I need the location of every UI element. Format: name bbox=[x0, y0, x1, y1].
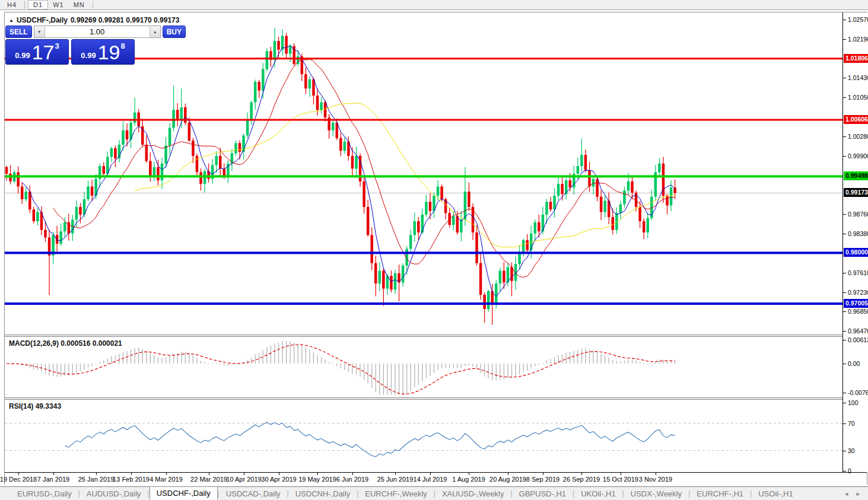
timeframe-buttons: H4D1W1MN bbox=[2, 0, 90, 9]
chart-tabs: EURUSD-,Daily|AUDUSD-,Daily|USDCHF-,Dail… bbox=[11, 487, 800, 500]
date-label: 1 Aug 2019 bbox=[452, 476, 485, 483]
macd-chart-canvas[interactable] bbox=[5, 337, 842, 397]
date-label: 19 Dec 2018 bbox=[0, 476, 37, 483]
tab-gbpusd-h1[interactable]: GBPUSD-,H1 bbox=[513, 488, 573, 499]
buy-price-prefix: 0.99 bbox=[81, 51, 96, 60]
level-price-badge: 1.01806 bbox=[844, 54, 868, 63]
macd-tick-label: 0.00613 bbox=[848, 336, 868, 343]
current-price-badge: 0.99173 bbox=[844, 188, 868, 197]
timeframe-button-mn[interactable]: MN bbox=[69, 1, 90, 9]
date-tick-mark bbox=[543, 473, 543, 475]
axis-tick-mark bbox=[843, 393, 846, 393]
price-tick-label: 0.99900 bbox=[848, 152, 868, 160]
toolbar-separator bbox=[93, 1, 93, 9]
macd-pane[interactable]: MACD(12,26,9) 0.000516 0.000021 bbox=[5, 337, 842, 397]
sell-button[interactable]: SELL bbox=[5, 26, 32, 38]
tab-usdcad-daily[interactable]: USDCAD-,Daily bbox=[220, 488, 287, 499]
rsi-tick-label: 100 bbox=[848, 399, 859, 406]
tab-usdcnh-daily[interactable]: USDCNH-,Daily bbox=[289, 488, 357, 499]
chart-ohlc-values: 0.99269 0.99281 0.99170 0.99173 bbox=[71, 16, 180, 24]
date-tick-mark bbox=[395, 473, 396, 475]
price-tick-label: 0.98380 bbox=[848, 230, 868, 237]
macd-signal-line bbox=[7, 345, 675, 394]
axis-tick-mark bbox=[843, 423, 846, 424]
tab-usdx-weekly[interactable]: USDX-,Weekly bbox=[624, 488, 688, 499]
tab-eurchf-weekly[interactable]: EURCHF-,Weekly bbox=[358, 488, 434, 499]
date-label: 25 Jan 2019 bbox=[78, 476, 115, 483]
buy-price-button[interactable]: 0.99 19 8 bbox=[71, 39, 135, 65]
date-tick-mark bbox=[96, 473, 97, 475]
date-label: 25 Jun 2019 bbox=[377, 476, 414, 483]
date-label: 15 Oct 2019 bbox=[603, 476, 638, 483]
main-price-pane[interactable]: ▲ USDCHF-,Daily 0.99269 0.99281 0.99170 … bbox=[5, 12, 842, 335]
tab-ukoil-h1[interactable]: UKOil-,H1 bbox=[574, 488, 622, 499]
rsi-pane[interactable]: RSI(14) 49.3343 bbox=[5, 400, 842, 472]
price-tick-label: 1.02570 bbox=[848, 16, 868, 23]
horizontal-level-line-0.97005[interactable] bbox=[5, 302, 842, 305]
date-axis[interactable]: 19 Dec 20187 Jan 201925 Jan 201913 Feb 2… bbox=[5, 472, 867, 485]
price-axis[interactable]: 1.025701.021901.014301.010501.002800.999… bbox=[842, 12, 867, 472]
tab-xauusd-weekly[interactable]: XAUUSD-,Weekly bbox=[435, 488, 511, 499]
date-tick-mark bbox=[244, 473, 244, 475]
date-tick-mark bbox=[53, 473, 54, 475]
axis-tick-mark bbox=[843, 403, 846, 403]
level-price-badge: 0.99498 bbox=[844, 171, 868, 180]
buy-price-pipette: 8 bbox=[120, 42, 125, 50]
date-label: 26 Sep 2019 bbox=[563, 476, 600, 483]
tab-eurusd-daily[interactable]: EURUSD-,Daily bbox=[11, 488, 78, 499]
axis-tick-mark bbox=[843, 451, 846, 451]
rsi-chart-canvas[interactable] bbox=[5, 400, 842, 472]
buy-price-big-digits: 19 bbox=[98, 42, 120, 62]
timeframe-button-w1[interactable]: W1 bbox=[48, 1, 69, 9]
macd-tick-label: -0.007612 bbox=[848, 389, 868, 396]
rsi-label: RSI(14) 49.3343 bbox=[9, 402, 61, 410]
sell-price-button[interactable]: 0.99 17 3 bbox=[5, 39, 69, 65]
axis-tick-mark bbox=[843, 214, 846, 215]
tab-usoil-h1[interactable]: USOil-,H1 bbox=[752, 488, 800, 499]
date-label: 14 Jul 2019 bbox=[414, 476, 447, 483]
axis-tick-mark bbox=[843, 273, 846, 273]
price-tick-label: 1.02190 bbox=[848, 36, 868, 43]
price-tick-label: 0.97610 bbox=[848, 269, 868, 276]
price-tick-label: 0.96470 bbox=[848, 327, 868, 335]
horizontal-level-line-1.00606[interactable] bbox=[5, 119, 842, 121]
horizontal-level-line-0.99498[interactable] bbox=[5, 175, 842, 177]
sell-price-prefix: 0.99 bbox=[15, 51, 30, 60]
date-tick-mark bbox=[430, 473, 431, 475]
volume-increase-button[interactable]: ▲ bbox=[150, 26, 160, 37]
date-label: 3 Nov 2019 bbox=[639, 476, 672, 483]
level-price-badge: 0.98000 bbox=[844, 248, 868, 257]
price-tick-label: 0.98760 bbox=[848, 211, 868, 218]
date-tick-mark bbox=[469, 473, 469, 475]
date-tick-mark bbox=[352, 473, 353, 475]
axis-tick-mark bbox=[843, 311, 846, 312]
collapse-quote-panel-icon[interactable]: ▲ bbox=[9, 18, 14, 23]
date-label: 4 Mar 2019 bbox=[150, 476, 183, 483]
volume-decrease-button[interactable]: ▼ bbox=[34, 26, 45, 37]
axis-tick-mark bbox=[843, 331, 846, 332]
date-label: 6 Jun 2019 bbox=[336, 476, 368, 483]
axis-tick-mark bbox=[843, 156, 846, 157]
sell-price-pipette: 3 bbox=[55, 42, 59, 50]
chart-title: ▲ USDCHF-,Daily 0.99269 0.99281 0.99170 … bbox=[9, 16, 179, 24]
tabs-scroll-right-icon[interactable]: ▸ bbox=[856, 490, 860, 498]
tab-usdchf-daily[interactable]: USDCHF-,Daily bbox=[150, 486, 218, 500]
tabs-scroll-left-icon[interactable]: ◂ bbox=[845, 490, 848, 498]
horizontal-level-line-0.98000[interactable] bbox=[5, 251, 842, 254]
axis-tick-mark bbox=[843, 364, 846, 364]
rsi-tick-label: 70 bbox=[848, 420, 855, 427]
moving-average-line bbox=[135, 103, 675, 248]
volume-input[interactable] bbox=[45, 26, 150, 37]
tab-audusd-daily[interactable]: AUDUSD-,Daily bbox=[80, 488, 148, 499]
tab-eurchf-h1[interactable]: EURCHF-,H1 bbox=[690, 488, 750, 499]
timeframe-button-d1[interactable]: D1 bbox=[28, 0, 48, 9]
date-tick-mark bbox=[656, 473, 656, 475]
axis-tick-mark bbox=[843, 39, 846, 40]
one-click-trading-panel: SELL ▼ ▲ BUY 0.99 17 3 0.99 19 8 bbox=[5, 26, 135, 65]
tab-scroll-arrows: ◂ ▸ bbox=[845, 490, 860, 498]
sell-price-big-digits: 17 bbox=[32, 42, 55, 62]
axis-tick-mark bbox=[843, 292, 846, 293]
timeframe-button-h4[interactable]: H4 bbox=[2, 1, 21, 9]
date-tick-mark bbox=[18, 473, 19, 475]
buy-button[interactable]: BUY bbox=[163, 26, 186, 38]
